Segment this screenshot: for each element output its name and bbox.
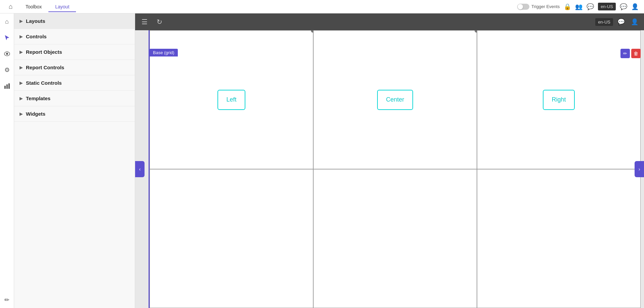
chat2-icon[interactable]: 💬 xyxy=(620,3,627,10)
trigger-events-toggle[interactable]: Trigger Events xyxy=(517,4,560,10)
chevron-controls-icon: ▶ xyxy=(19,34,23,39)
grid-cell-2-1 xyxy=(150,169,313,308)
chevron-report-controls-icon: ▶ xyxy=(19,65,23,70)
grid-cell-1-3: Right xyxy=(477,30,641,169)
cell-empty-2-2 xyxy=(314,169,477,308)
chevron-static-controls-icon: ▶ xyxy=(19,81,23,85)
toggle-switch[interactable] xyxy=(517,4,529,10)
canvas-chat-icon[interactable]: 💬 xyxy=(616,16,627,27)
rail-eye-icon[interactable] xyxy=(2,48,12,59)
trigger-events-label: Trigger Events xyxy=(531,4,560,9)
top-right-icons: ✏ 🗑 xyxy=(620,49,641,58)
card-left[interactable]: Left xyxy=(217,90,245,110)
cell-empty-2-3 xyxy=(477,169,640,308)
sidebar-item-widgets-label: Widgets xyxy=(26,111,45,117)
sidebar-item-widgets[interactable]: ▶ Widgets xyxy=(14,106,135,122)
canvas-user-icon[interactable]: 👤 xyxy=(629,16,640,27)
rail-pen-icon[interactable]: ✏ xyxy=(2,295,12,305)
toolbox-sidebar: ▶ Layouts ▶ Controls ▶ Report Objects ▶ … xyxy=(14,13,135,308)
nav-tabs: Toolbox Layout xyxy=(19,1,76,12)
base-label: Base (grid) xyxy=(150,49,178,56)
svg-point-1 xyxy=(6,53,8,55)
sidebar-item-templates-label: Templates xyxy=(26,95,50,101)
canvas-toolbar-right: en-US 💬 👤 xyxy=(595,16,640,27)
collapse-left-button[interactable]: ‹ xyxy=(135,161,145,177)
tab-toolbox[interactable]: Toolbox xyxy=(19,1,48,12)
canvas-toolbar: ☰ ↻ en-US 💬 👤 xyxy=(135,13,644,30)
cell-empty-2-1 xyxy=(150,169,313,308)
svg-rect-2 xyxy=(4,86,6,89)
rail-pointer-icon[interactable] xyxy=(2,32,12,43)
main-area: ⌂ ⚙ ✏ ▶ Layouts ▶ Controls ▶ Report Obje… xyxy=(0,13,644,308)
sidebar-item-templates[interactable]: ▶ Templates xyxy=(14,91,135,106)
sidebar-item-controls-label: Controls xyxy=(26,34,47,39)
lock-icon[interactable]: 🔒 xyxy=(564,3,571,10)
toggle-knob xyxy=(518,4,523,9)
cell-content-center: Center xyxy=(314,31,477,169)
cell-content-right: Right xyxy=(477,31,640,169)
chevron-templates-icon: ▶ xyxy=(19,96,23,101)
rail-home-icon[interactable]: ⌂ xyxy=(2,16,12,27)
chat-icon[interactable]: 💬 xyxy=(587,3,594,10)
refresh-icon[interactable]: ↻ xyxy=(154,16,165,27)
sidebar-item-report-objects-label: Report Objects xyxy=(26,49,62,55)
canvas-area: ☰ ↻ en-US 💬 👤 Base (grid) ✏ 🗑 ‹ xyxy=(135,13,644,308)
sidebar-item-static-controls[interactable]: ▶ Static Controls xyxy=(14,75,135,91)
icon-rail: ⌂ ⚙ ✏ xyxy=(0,13,14,308)
grid-container: Left Center xyxy=(149,30,641,308)
grid-cell-2-2 xyxy=(313,169,477,308)
sidebar-item-report-controls-label: Report Controls xyxy=(26,65,64,70)
rail-settings-icon[interactable]: ⚙ xyxy=(2,65,12,75)
home-icon[interactable]: ⌂ xyxy=(5,1,16,12)
collapse-left-icon: ‹ xyxy=(139,166,141,172)
lang-badge[interactable]: en-US xyxy=(598,3,616,10)
grid-cell-2-3 xyxy=(477,169,641,308)
chevron-layouts-icon: ▶ xyxy=(19,19,23,24)
tab-layout[interactable]: Layout xyxy=(48,1,76,12)
top-nav: ⌂ Toolbox Layout Trigger Events 🔒 👥 💬 en… xyxy=(0,0,644,13)
sidebar-item-report-controls[interactable]: ▶ Report Controls xyxy=(14,60,135,75)
nav-right: Trigger Events 🔒 👥 💬 en-US 💬 👤 xyxy=(517,3,639,10)
sidebar-item-static-controls-label: Static Controls xyxy=(26,80,62,86)
menu-icon[interactable]: ☰ xyxy=(139,16,150,27)
delete-button[interactable]: 🗑 xyxy=(631,49,641,58)
svg-rect-4 xyxy=(8,83,10,89)
collapse-right-icon: › xyxy=(639,166,640,172)
card-right[interactable]: Right xyxy=(543,90,574,110)
svg-rect-3 xyxy=(6,84,8,89)
grid-cell-1-2: Center xyxy=(313,30,477,169)
chevron-widgets-icon: ▶ xyxy=(19,112,23,116)
sidebar-item-layouts-label: Layouts xyxy=(26,18,45,24)
user-icon[interactable]: 👤 xyxy=(631,3,639,10)
sidebar-item-layouts[interactable]: ▶ Layouts xyxy=(14,13,135,29)
chevron-report-objects-icon: ▶ xyxy=(19,50,23,54)
canvas-grid: Base (grid) ✏ 🗑 ‹ › xyxy=(135,30,644,308)
sidebar-item-controls[interactable]: ▶ Controls xyxy=(14,29,135,44)
card-center[interactable]: Center xyxy=(377,90,413,110)
sidebar-item-report-objects[interactable]: ▶ Report Objects xyxy=(14,44,135,60)
collapse-right-button[interactable]: › xyxy=(635,161,644,177)
edit-button[interactable]: ✏ xyxy=(620,49,630,58)
users-icon[interactable]: 👥 xyxy=(575,3,582,10)
canvas-lang-badge[interactable]: en-US xyxy=(595,18,613,26)
rail-chart-icon[interactable] xyxy=(2,81,12,91)
